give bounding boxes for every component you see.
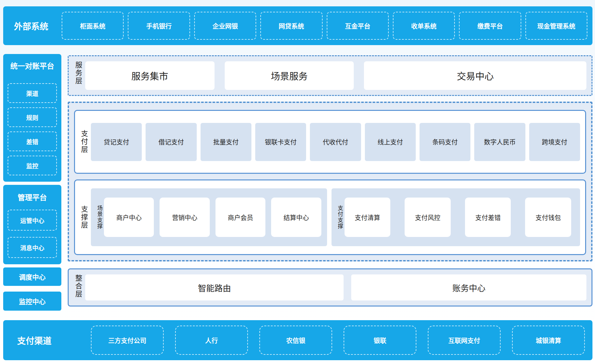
service-item: 服务集市 <box>85 61 215 90</box>
scene-support-item: 营销中心 <box>160 198 209 237</box>
management-platform-panel: 管理平台 运管中心 消息中心 <box>3 185 61 264</box>
payment-item: 数字人民币 <box>474 123 525 161</box>
external-systems-items: 柜面系统 手机银行 企业网银 网贷系统 互金平台 收单系统 缴费平台 现金管理系… <box>62 12 587 40</box>
payment-channels-bar: 支付渠道 三方支付公司 人行 农信银 银联 互联网支付 城银清算 <box>3 320 592 360</box>
service-item: 场景服务 <box>225 61 354 90</box>
service-layer-items: 服务集市 场景服务 交易中心 <box>85 61 586 90</box>
reconciliation-items: 渠道 规则 差错 监控 <box>8 83 57 175</box>
monitor-center-block: 监控中心 <box>3 292 61 311</box>
management-platform-title: 管理平台 <box>8 191 57 205</box>
service-item: 交易中心 <box>364 61 586 90</box>
support-layer-label: 支撑层 <box>80 206 87 229</box>
external-system-item: 企业网银 <box>194 12 256 40</box>
payment-support-items: 支付清算 支付风控 支付差错 支付钱包 <box>345 198 571 237</box>
payment-support-label: 支付支撑 <box>337 205 343 229</box>
middle-region: 统一对账平台 渠道 规则 差错 监控 管理平台 运管中心 消息中心 调度中心 监… <box>3 54 592 311</box>
payment-layer-label: 支付层 <box>80 130 87 154</box>
payment-support-item: 支付风控 <box>405 198 451 237</box>
external-system-item: 柜面系统 <box>62 12 124 40</box>
external-system-item: 网贷系统 <box>260 12 322 40</box>
payment-channels-items: 三方支付公司 人行 农信银 银联 互联网支付 城银清算 <box>91 326 585 355</box>
left-sidebar: 统一对账平台 渠道 规则 差错 监控 管理平台 运管中心 消息中心 调度中心 监… <box>3 54 61 311</box>
payment-channel-item: 城银清算 <box>512 326 585 355</box>
dispatch-center-block: 调度中心 <box>3 267 61 286</box>
scene-support-item: 商户中心 <box>104 198 154 237</box>
reconciliation-item: 渠道 <box>8 83 57 103</box>
service-layer-panel: 服务层 服务集市 场景服务 交易中心 <box>68 55 592 96</box>
scene-support-group: 场景支撑 商户中心 营销中心 商户会员 结算中心 <box>91 188 327 246</box>
payment-item: 线上支付 <box>365 123 416 161</box>
reconciliation-platform-panel: 统一对账平台 渠道 规则 差错 监控 <box>3 54 61 182</box>
scene-support-items: 商户中心 营销中心 商户会员 结算中心 <box>104 198 321 237</box>
integration-item: 智能路由 <box>85 274 344 300</box>
support-layer-box: 支撑层 场景支撑 商户中心 营销中心 商户会员 结算中心 <box>74 179 586 255</box>
scene-support-item: 结算中心 <box>271 198 321 237</box>
external-system-item: 缴费平台 <box>459 12 521 40</box>
reconciliation-item: 规则 <box>8 107 57 127</box>
external-systems-title: 外部系统 <box>14 20 62 32</box>
payment-channel-item: 农信银 <box>259 326 332 355</box>
payment-support-group: 支付支撑 支付清算 支付风控 支付差错 支付钱包 <box>332 188 580 246</box>
payment-support-item: 支付清算 <box>345 198 391 237</box>
payment-layer-box: 支付层 贷记支付 借记支付 批量支付 银联卡支付 代收代付 线上支付 条码支付 … <box>74 110 586 174</box>
payment-support-dashed-panel: 支付层 贷记支付 借记支付 批量支付 银联卡支付 代收代付 线上支付 条码支付 … <box>68 102 592 261</box>
scene-support-item: 商户会员 <box>215 198 265 237</box>
management-item: 运管中心 <box>8 210 57 231</box>
payment-architecture-diagram: 外部系统 柜面系统 手机银行 企业网银 网贷系统 互金平台 收单系统 缴费平台 … <box>0 0 595 364</box>
payment-support-item: 支付钱包 <box>525 198 571 237</box>
management-item: 消息中心 <box>8 237 57 258</box>
reconciliation-item: 监控 <box>8 156 57 175</box>
management-items: 运管中心 消息中心 <box>8 210 57 258</box>
external-system-item: 收单系统 <box>393 12 455 40</box>
payment-support-item: 支付差错 <box>465 198 511 237</box>
payment-channel-item: 银联 <box>344 326 416 355</box>
payment-item: 批量支付 <box>201 123 251 161</box>
external-system-item: 手机银行 <box>128 12 190 40</box>
payment-item: 银联卡支付 <box>255 123 306 161</box>
integration-item: 账务中心 <box>351 274 586 300</box>
integration-layer-items: 智能路由 账务中心 <box>85 274 586 300</box>
payment-channel-item: 人行 <box>175 326 248 355</box>
payment-item: 借记支付 <box>146 123 196 161</box>
service-layer-label: 服务层 <box>74 61 81 90</box>
payment-channel-item: 三方支付公司 <box>91 326 164 355</box>
layers-column: 服务层 服务集市 场景服务 交易中心 支付层 贷记支付 借记支付 批量支付 银联… <box>68 54 592 311</box>
external-systems-bar: 外部系统 柜面系统 手机银行 企业网银 网贷系统 互金平台 收单系统 缴费平台 … <box>3 6 592 45</box>
payment-item: 代收代付 <box>310 123 361 161</box>
integration-layer-label: 整合层 <box>74 274 81 300</box>
payment-layer-items: 贷记支付 借记支付 批量支付 银联卡支付 代收代付 线上支付 条码支付 数字人民… <box>91 123 580 161</box>
payment-item: 跨境支付 <box>529 123 580 161</box>
payment-channels-title: 支付渠道 <box>17 334 91 347</box>
payment-item: 贷记支付 <box>91 123 142 161</box>
scene-support-label: 场景支撑 <box>97 205 102 229</box>
payment-item: 条码支付 <box>420 123 470 161</box>
payment-channel-item: 互联网支付 <box>428 326 501 355</box>
external-system-item: 互金平台 <box>327 12 389 40</box>
external-system-item: 现金管理系统 <box>525 12 587 40</box>
reconciliation-item: 差错 <box>8 131 57 151</box>
reconciliation-platform-title: 统一对账平台 <box>8 59 57 73</box>
support-layer-groups: 场景支撑 商户中心 营销中心 商户会员 结算中心 支付支撑 支付清算 <box>91 188 580 246</box>
integration-layer-panel: 整合层 智能路由 账务中心 <box>68 268 592 307</box>
